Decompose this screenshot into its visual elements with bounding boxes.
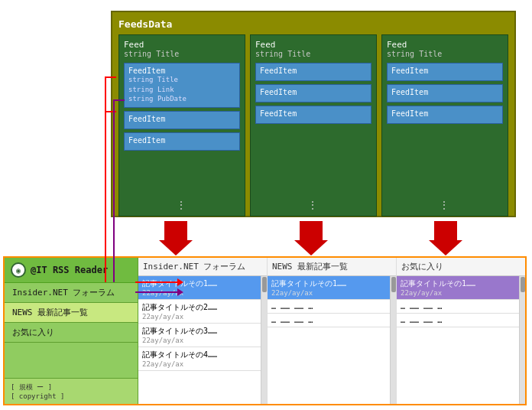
- bottom-section: ◉ @IT RSS Reader Insider.NET フォーラム NEWS …: [3, 256, 527, 405]
- scrollbar-2[interactable]: [390, 276, 396, 404]
- big-red-arrow-2: [300, 221, 328, 255]
- news-item-date-3-1: 22ay/ay/ax: [401, 289, 521, 297]
- feed-field-3: string Title: [387, 50, 503, 58]
- feeds-data-box: FeedsData Feed string Title FeedItem str…: [111, 11, 516, 217]
- horiz-connector-purple-top: [113, 99, 125, 101]
- news-item-2-3[interactable]: … …… …… …: [268, 314, 396, 327]
- feed-item-box-3-1: FeedItem: [387, 63, 503, 81]
- right-panel: Insider.NET フォーラム 記事タイトルその1…… 22ay/ay/ax…: [138, 258, 525, 404]
- feed-title-3: Feed: [387, 40, 503, 50]
- feed-item-label-2-3: FeedItem: [260, 109, 367, 118]
- feeds-data-title: FeedsData: [118, 18, 508, 30]
- arrow-container: [111, 217, 516, 259]
- content-column-3: お気に入り 記事タイトルその1…… 22ay/ay/ax … …… …… … ……: [397, 258, 525, 404]
- news-item-3-3[interactable]: … …… …… …: [397, 314, 525, 327]
- news-item-1-2[interactable]: 記事タイトルその2…… 22ay/ay/ax: [138, 300, 267, 324]
- left-panel-footer: [ 規模 ー ] [ copyright ]: [5, 378, 138, 404]
- feed-title-2: Feed: [255, 40, 371, 50]
- content-column-2: NEWS 最新記事一覧 記事タイトルその1…… 22ay/ay/ax … …… …: [268, 258, 397, 404]
- feed-item-label-1-1: FeedItem: [128, 67, 235, 75]
- news-item-date-1-2: 22ay/ay/ax: [142, 313, 263, 321]
- feed-header-2: Feed string Title: [255, 40, 371, 58]
- scrollbar-3[interactable]: [519, 276, 525, 404]
- horiz-connector-red-top: [105, 76, 116, 78]
- feed-item-box-1-3: FeedItem: [124, 132, 240, 151]
- news-item-2-1[interactable]: 記事タイトルその1…… 22ay/ay/ax: [268, 276, 396, 300]
- scroll-thumb-1: [262, 277, 267, 292]
- feed-item-label-3-3: FeedItem: [391, 109, 498, 118]
- app-title: @IT RSS Reader: [31, 265, 108, 275]
- feed-header-1: Feed string Title: [124, 40, 240, 58]
- arrow-col-2: [246, 217, 381, 259]
- nav-item-2[interactable]: NEWS 最新記事一覧: [5, 303, 138, 323]
- feed-item-label-3-2: FeedItem: [391, 88, 498, 96]
- app-icon-symbol: ◉: [16, 266, 21, 275]
- content-column-1: Insider.NET フォーラム 記事タイトルその1…… 22ay/ay/ax…: [138, 258, 268, 404]
- nav-item-3[interactable]: お気に入り: [5, 323, 138, 343]
- news-item-1-1[interactable]: 記事タイトルその1…… 22ay/ay/ax: [138, 276, 267, 300]
- horiz-arrow-red: [135, 281, 180, 283]
- feed-field-2: string Title: [255, 50, 371, 58]
- feed-item-box-1-1: FeedItem string Titlestring Linkstring P…: [124, 63, 240, 108]
- news-item-2-2[interactable]: … …… …… …: [268, 300, 396, 314]
- app-icon: ◉: [11, 262, 26, 278]
- left-panel: ◉ @IT RSS Reader Insider.NET フォーラム NEWS …: [5, 258, 138, 404]
- news-item-1-3[interactable]: 記事タイトルその3…… 22ay/ay/ax: [138, 324, 267, 347]
- feed-item-fields-1-1: string Titlestring Linkstring PubDate: [128, 75, 235, 104]
- arrow-col-1: [111, 217, 246, 259]
- content-columns: Insider.NET フォーラム 記事タイトルその1…… 22ay/ay/ax…: [138, 258, 525, 404]
- news-item-date-1-3: 22ay/ay/ax: [142, 337, 263, 344]
- feed-item-label-1-3: FeedItem: [128, 136, 235, 145]
- column-content-2: 記事タイトルその1…… 22ay/ay/ax … …… …… … … …… ………: [268, 276, 396, 404]
- feed-title-1: Feed: [124, 40, 240, 50]
- news-item-title-2-2: … …… …… …: [271, 302, 392, 311]
- news-item-1-4[interactable]: 記事タイトルその4…… 22ay/ay/ax: [138, 347, 267, 371]
- news-item-title-2-1: 記事タイトルその1……: [271, 278, 392, 289]
- nav-item-1[interactable]: Insider.NET フォーラム: [5, 283, 138, 303]
- column-content-1: 記事タイトルその1…… 22ay/ay/ax 記事タイトルその2…… 22ay/…: [138, 276, 267, 404]
- scroll-thumb-2: [391, 277, 396, 292]
- feed-dots-1: ⋮: [124, 199, 240, 211]
- column-title-1: Insider.NET フォーラム: [138, 258, 267, 276]
- main-wrapper: FeedsData Feed string Title FeedItem str…: [0, 0, 532, 410]
- scrollbar-1[interactable]: [261, 276, 267, 404]
- footer-line1: [ 規模 ー ]: [11, 382, 131, 392]
- feed-item-label-1-2: FeedItem: [128, 115, 235, 123]
- arrowhead-red: [177, 278, 183, 286]
- feed-field-1: string Title: [124, 50, 240, 58]
- news-item-title-2-3: … …… …… …: [271, 316, 392, 324]
- feed-item-box-2-1: FeedItem: [255, 63, 371, 81]
- news-item-3-2[interactable]: … …… …… …: [397, 300, 525, 314]
- news-item-title-1-1: 記事タイトルその1……: [142, 278, 263, 289]
- news-item-title-1-2: 記事タイトルその2……: [142, 302, 263, 313]
- column-content-3: 記事タイトルその1…… 22ay/ay/ax … …… …… … … …… ………: [397, 276, 525, 404]
- horiz-arrow-purple: [135, 291, 180, 293]
- feed-item-box-3-3: FeedItem: [387, 106, 503, 124]
- vert-connector-purple: [113, 99, 115, 282]
- feed-item-box-3-2: FeedItem: [387, 84, 503, 102]
- feed-item-label-3-1: FeedItem: [391, 67, 498, 75]
- news-item-date-1-4: 22ay/ay/ax: [142, 360, 263, 368]
- column-title-2: NEWS 最新記事一覧: [268, 258, 396, 276]
- feed-item-box-2-3: FeedItem: [255, 106, 371, 124]
- feed-columns: Feed string Title FeedItem string Titles…: [118, 34, 508, 216]
- column-title-3: お気に入り: [397, 258, 525, 276]
- arrow-col-3: [381, 217, 516, 259]
- news-item-title-1-4: 記事タイトルその4……: [142, 350, 263, 360]
- vert-connector-red: [105, 76, 106, 282]
- news-item-date-1-1: 22ay/ay/ax: [142, 289, 263, 297]
- news-item-3-1[interactable]: 記事タイトルその1…… 22ay/ay/ax: [397, 276, 525, 300]
- feed-item-box-2-2: FeedItem: [255, 84, 371, 102]
- feed-dots-2: ⋮: [255, 199, 371, 211]
- arrowhead-purple: [177, 288, 183, 296]
- feed-column-2: Feed string Title FeedItem FeedItem Feed…: [250, 34, 377, 216]
- feed-item-label-2-1: FeedItem: [260, 67, 367, 75]
- feed-header-3: Feed string Title: [387, 40, 503, 58]
- feed-column-3: Feed string Title FeedItem FeedItem Feed…: [381, 34, 508, 216]
- news-item-title-3-3: … …… …… …: [401, 316, 521, 324]
- scroll-thumb-3: [521, 277, 525, 292]
- app-header: ◉ @IT RSS Reader: [5, 258, 138, 283]
- footer-line2: [ copyright ]: [11, 392, 131, 400]
- feed-column-1: Feed string Title FeedItem string Titles…: [118, 34, 245, 216]
- big-red-arrow-3: [434, 221, 462, 255]
